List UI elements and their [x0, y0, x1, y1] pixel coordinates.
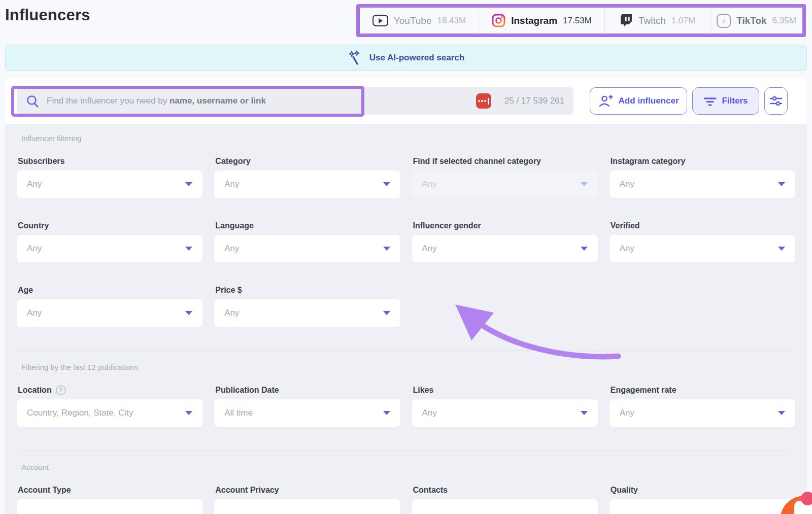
chevron-down-icon	[778, 247, 785, 251]
field-label: Engagement rate	[611, 386, 795, 395]
field-label: Quality	[611, 486, 795, 495]
likes-dropdown[interactable]: Any	[412, 399, 598, 427]
main-card: Find the influencer you need by name, us…	[5, 78, 807, 514]
tab-tiktok[interactable]: ♪ TikTok 6.35M	[710, 8, 802, 33]
field-label: Influencer gender	[413, 221, 598, 230]
tab-label: Twitch	[638, 15, 666, 26]
price-dropdown[interactable]: Any	[214, 299, 400, 327]
password-manager-icon[interactable]	[476, 93, 491, 109]
add-influencer-button[interactable]: Add influencer	[590, 87, 687, 115]
field-label: Publication Date	[215, 386, 400, 395]
magic-wand-icon	[348, 50, 363, 65]
engagement-rate-dropdown[interactable]: Any	[610, 399, 795, 427]
filter-field-quality: Quality	[610, 486, 795, 514]
chevron-down-icon	[383, 411, 390, 415]
platform-tabs: YouTube 18.43M Instagram 17.53M	[360, 8, 802, 33]
field-label: Language	[215, 221, 400, 230]
section-heading-influencer-filtering: Influencer filtering	[21, 134, 795, 143]
ai-search-banner[interactable]: Use AI-powered search	[5, 45, 807, 71]
filter-row-2: Country Any Language Any Influencer gend…	[17, 221, 795, 262]
channel-category-dropdown: Any	[412, 170, 598, 198]
age-dropdown[interactable]: Any	[17, 299, 202, 327]
tab-youtube[interactable]: YouTube 18.43M	[360, 8, 479, 33]
filter-field-price: Price $ Any	[214, 286, 400, 327]
ai-banner-label: Use AI-powered search	[369, 53, 464, 63]
filter-settings-button[interactable]	[764, 87, 788, 115]
subscribers-dropdown[interactable]: Any	[17, 170, 202, 198]
filter-field-location: Location ? Country, Region, State, City	[17, 386, 202, 427]
search-icon	[26, 94, 40, 108]
filter-row-5: Account Type Account Privacy Contacts Qu…	[17, 486, 795, 514]
tab-twitch[interactable]: Twitch 1.07M	[605, 8, 710, 33]
chevron-down-icon	[185, 311, 192, 315]
tab-count: 17.53M	[563, 16, 592, 26]
tab-label: Instagram	[511, 15, 557, 26]
youtube-icon	[373, 15, 388, 26]
filter-field-subscribers: Subscribers Any	[17, 157, 202, 198]
section-divider	[18, 450, 790, 451]
section-divider	[18, 350, 790, 351]
filter-field-channel-category: Find if selected channel category Any	[412, 157, 598, 198]
add-user-icon	[598, 94, 613, 108]
field-label: Instagram category	[611, 157, 795, 166]
tab-count: 6.35M	[772, 16, 796, 26]
filter-row-3: Age Any Price $ Any	[17, 286, 795, 327]
tab-instagram[interactable]: Instagram 17.53M	[479, 8, 605, 33]
filter-row-4: Location ? Country, Region, State, City …	[17, 386, 795, 427]
location-dropdown[interactable]: Country, Region, State, City	[17, 399, 202, 427]
contacts-dropdown[interactable]	[412, 499, 598, 514]
tab-count: 1.07M	[671, 16, 695, 26]
chevron-down-icon	[185, 247, 192, 251]
chevron-down-icon	[185, 182, 192, 186]
quality-dropdown[interactable]	[610, 499, 795, 514]
chevron-down-icon	[383, 182, 390, 186]
filter-field-publication-date: Publication Date All time	[214, 386, 400, 427]
filter-field-contacts: Contacts	[412, 486, 598, 514]
chevron-down-icon	[383, 247, 390, 251]
language-dropdown[interactable]: Any	[214, 235, 400, 262]
results-counter: 25 / 17 539 261	[504, 96, 564, 106]
field-label: Verified	[611, 221, 795, 230]
field-label: Country	[18, 221, 202, 230]
publication-date-dropdown[interactable]: All time	[214, 399, 400, 427]
instagram-category-dropdown[interactable]: Any	[610, 170, 795, 198]
filters-label: Filters	[722, 96, 748, 106]
field-label: Likes	[413, 386, 598, 395]
filter-field-verified: Verified Any	[610, 221, 795, 262]
filter-field-influencer-gender: Influencer gender Any	[412, 221, 598, 262]
search-placeholder: Find the influencer you need by name, us…	[47, 96, 469, 106]
tab-label: TikTok	[736, 15, 766, 26]
search-input[interactable]: Find the influencer you need by name, us…	[17, 87, 573, 115]
chevron-down-icon	[778, 411, 785, 415]
filters-button[interactable]: Filters	[692, 87, 759, 115]
chat-notification-badge	[801, 492, 812, 505]
instagram-icon	[492, 14, 505, 27]
account-type-dropdown[interactable]	[17, 499, 202, 514]
field-label: Price $	[215, 286, 400, 295]
tiktok-icon: ♪	[717, 14, 731, 28]
filter-field-likes: Likes Any	[412, 386, 598, 427]
filter-field-account-type: Account Type	[17, 486, 202, 514]
account-privacy-dropdown[interactable]	[214, 499, 400, 514]
filter-field-language: Language Any	[214, 221, 400, 262]
add-influencer-label: Add influencer	[618, 96, 679, 106]
country-dropdown[interactable]: Any	[17, 235, 202, 262]
sliders-icon	[769, 94, 783, 108]
section-heading-account: Account	[21, 463, 795, 471]
field-label: Age	[18, 286, 202, 295]
field-label: Account Type	[18, 486, 202, 495]
chevron-down-icon	[581, 411, 588, 415]
verified-dropdown[interactable]: Any	[610, 235, 795, 262]
search-row: Find the influencer you need by name, us…	[5, 78, 807, 124]
filter-field-category: Category Any	[214, 157, 400, 198]
category-dropdown[interactable]: Any	[214, 170, 400, 198]
page-title: Influencers	[5, 6, 90, 24]
field-label: Find if selected channel category	[413, 157, 598, 166]
tab-label: YouTube	[394, 15, 432, 26]
filter-panel: Influencer filtering Subscribers Any Cat…	[5, 124, 807, 514]
field-label: Location ?	[18, 386, 202, 395]
help-icon[interactable]: ?	[56, 385, 66, 395]
influencer-gender-dropdown[interactable]: Any	[412, 235, 598, 262]
annotation-box-platform-tabs: YouTube 18.43M Instagram 17.53M	[356, 4, 806, 37]
chevron-down-icon	[581, 182, 588, 186]
